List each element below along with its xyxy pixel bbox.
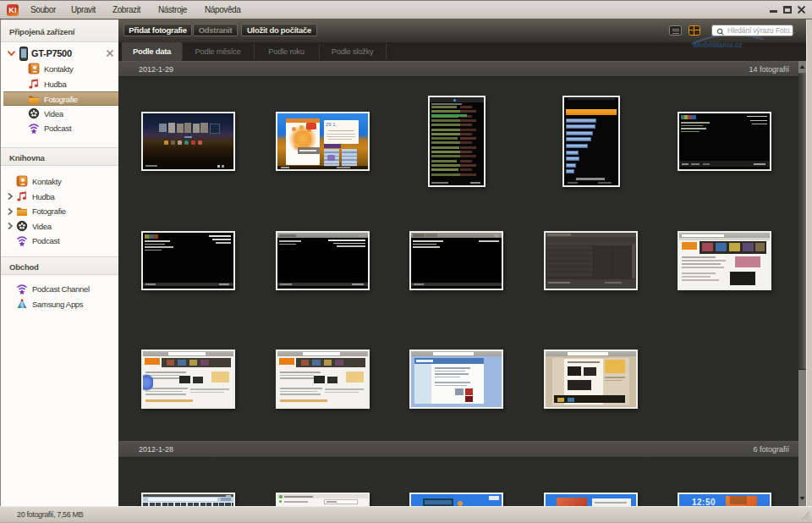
svg-text:MobilMania.cz: MobilMania.cz xyxy=(694,41,743,49)
